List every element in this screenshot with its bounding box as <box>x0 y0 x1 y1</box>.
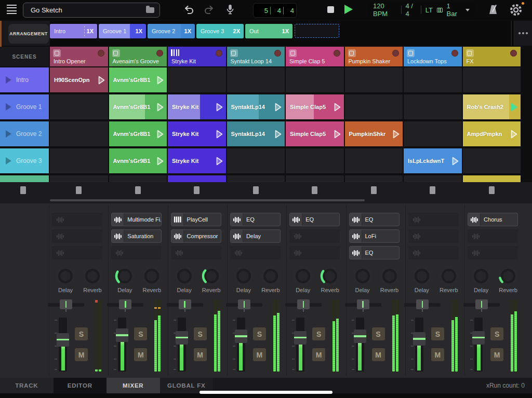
track-header-simple-clap-5[interactable]: Simple Clap 5 <box>286 47 344 66</box>
scene-launch-groove-1[interactable]: Groove 1 <box>0 94 49 119</box>
empty-clip-slot[interactable] <box>463 148 521 173</box>
empty-clip-slot[interactable] <box>345 94 403 119</box>
solo-button[interactable]: S <box>490 327 503 340</box>
fx-slot-lofi[interactable]: LoFi <box>349 229 400 243</box>
mute-button[interactable]: M <box>134 348 147 361</box>
arrangement-empty-slot[interactable] <box>295 24 339 38</box>
mute-button[interactable]: M <box>490 348 503 361</box>
track-stop-button[interactable] <box>371 186 377 194</box>
clip-stryke-kit[interactable]: Stryke Kit <box>168 94 226 119</box>
clip-stryke-kit[interactable]: Stryke Kit <box>168 148 226 173</box>
microphone-icon[interactable] <box>224 4 236 16</box>
arrangement-section-out[interactable]: Out1X <box>245 24 292 38</box>
reverb-knob[interactable] <box>437 265 460 287</box>
solo-button[interactable]: S <box>194 327 207 340</box>
empty-clip-slot[interactable] <box>50 148 108 173</box>
record-arm-button[interactable] <box>274 50 281 57</box>
fx-slot-eq[interactable]: EQ <box>289 213 340 226</box>
volume-fader[interactable] <box>57 333 69 347</box>
volume-fader[interactable] <box>176 331 188 345</box>
volume-fader[interactable] <box>472 331 485 345</box>
empty-clip-slot[interactable] <box>227 175 285 182</box>
undo-icon[interactable] <box>183 4 194 16</box>
track-header-intro-opener[interactable]: Intro Opener <box>50 47 108 66</box>
volume-fader[interactable] <box>116 328 128 342</box>
pan-slider[interactable] <box>119 299 131 309</box>
metronome-icon[interactable] <box>487 4 499 16</box>
clip-simple-clap5[interactable]: Simple Clap5 <box>286 94 344 119</box>
record-arm-button[interactable] <box>98 50 104 57</box>
solo-button[interactable]: S <box>75 327 88 340</box>
empty-clip-slot[interactable] <box>286 175 344 182</box>
record-arm-button[interactable] <box>392 50 399 57</box>
pan-slider[interactable] <box>60 299 72 309</box>
fx-slot-multimode-fi[interactable]: Multimode Fi... <box>111 213 162 226</box>
track-header-pumpkin-shaker[interactable]: Pumpkin Shaker <box>345 47 403 66</box>
clip-pumpkinshkr[interactable]: PumpkinShkr <box>345 121 403 146</box>
volume-fader[interactable] <box>235 330 247 343</box>
track-stop-button[interactable] <box>253 186 259 194</box>
clip-h90scenopn[interactable]: H90ScenOpn <box>50 67 108 92</box>
empty-clip-slot[interactable] <box>345 67 403 92</box>
pan-slider[interactable] <box>357 299 369 309</box>
record-arm-button[interactable] <box>156 50 163 57</box>
clip-avnm-sgr9b1[interactable]: Avnm'sGr9B1 <box>109 148 167 173</box>
link-mode[interactable]: LT <box>425 6 433 14</box>
tab-track[interactable]: TRACK <box>0 378 54 393</box>
arrangement-section-groove-1[interactable]: Groove 11X <box>99 24 146 38</box>
track-header-syntakt-loop-14[interactable]: Syntakt Loop 14 <box>227 47 285 66</box>
mute-button[interactable]: M <box>194 348 207 361</box>
empty-clip-slot[interactable] <box>50 121 108 146</box>
track-stop-button[interactable] <box>76 186 82 194</box>
empty-clip-slot[interactable] <box>227 67 285 92</box>
empty-clip-slot[interactable] <box>345 148 403 173</box>
fx-slot-empty[interactable] <box>171 246 221 259</box>
arrangement-more-button[interactable] <box>512 21 532 46</box>
clip-syntaktlp14[interactable]: SyntaktLp14 <box>227 94 285 119</box>
volume-fader[interactable] <box>354 330 366 343</box>
clip-avnm-sgr8b1[interactable]: Avnm'sGr8B1 <box>109 94 167 119</box>
empty-clip-slot[interactable] <box>404 67 462 92</box>
empty-clip-slot[interactable] <box>286 67 344 92</box>
record-arm-button[interactable] <box>451 50 458 57</box>
fx-slot-saturation[interactable]: Saturation <box>111 229 162 243</box>
sync-length[interactable]: 1 Bar <box>447 2 460 18</box>
delay-knob[interactable] <box>173 265 196 287</box>
track-header-lockdown-tops[interactable]: Lockdown Tops <box>404 47 462 66</box>
track-stop-button[interactable] <box>430 186 435 194</box>
record-arm-button[interactable] <box>216 50 222 57</box>
scene-launch-intro[interactable]: Intro <box>0 67 49 92</box>
delay-knob[interactable] <box>291 265 314 287</box>
record-arm-button[interactable] <box>334 50 340 57</box>
delay-knob[interactable] <box>54 265 77 287</box>
mute-button[interactable]: M <box>372 348 385 361</box>
solo-button[interactable]: S <box>372 327 385 340</box>
empty-clip-slot[interactable] <box>227 148 285 173</box>
mute-button[interactable]: M <box>75 348 88 361</box>
empty-clip-slot[interactable] <box>404 94 462 119</box>
stop-button[interactable] <box>327 6 334 13</box>
bpm-value[interactable]: 120 BPM <box>373 2 397 18</box>
project-name-field[interactable]: Go Sketch <box>23 3 160 18</box>
fx-slot-empty[interactable] <box>52 246 102 259</box>
scene-launch-groove-3[interactable]: Groove 3 <box>0 148 49 173</box>
arrangement-section-groove-2[interactable]: Groove 21X <box>148 24 195 38</box>
mute-button[interactable]: M <box>431 348 444 361</box>
empty-clip-slot[interactable] <box>109 175 167 182</box>
track-header-stryke-kit[interactable]: Stryke Kit <box>168 47 226 66</box>
empty-clip-slot[interactable] <box>286 148 344 173</box>
fx-slot-empty[interactable] <box>408 246 459 259</box>
arrangement-section-groove-3[interactable]: Groove 32X <box>196 24 244 38</box>
fx-slot-empty[interactable] <box>468 229 518 243</box>
folder-icon[interactable] <box>146 7 154 13</box>
fx-slot-empty[interactable] <box>289 229 340 243</box>
empty-clip-slot[interactable] <box>404 121 462 146</box>
tab-editor[interactable]: EDITOR <box>54 378 107 393</box>
track-stop-button[interactable] <box>312 186 317 194</box>
fx-slot-empty[interactable] <box>111 246 162 259</box>
clip-syntaktlp14[interactable]: SyntaktLp14 <box>227 121 285 146</box>
empty-clip-slot[interactable] <box>50 94 108 119</box>
reverb-knob[interactable] <box>378 265 401 287</box>
record-arm-button[interactable] <box>510 50 517 57</box>
tempo-pill[interactable]: 120 BPM 4 / 4 LT 1 Bar <box>368 3 475 17</box>
